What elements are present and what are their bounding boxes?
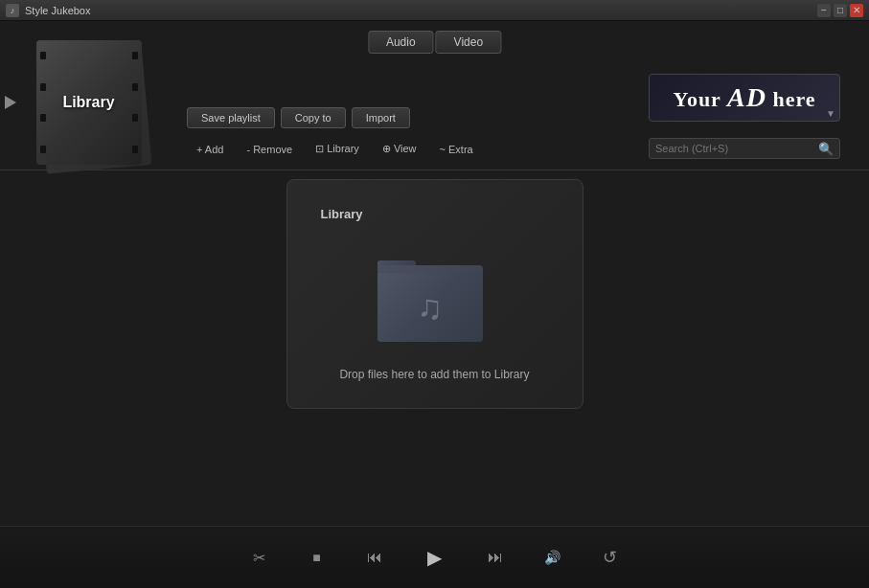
- app-title: Style Jukebox: [25, 5, 90, 16]
- titlebar-left: ♪ Style Jukebox: [6, 4, 90, 17]
- ad-text: Your AD here: [673, 82, 815, 113]
- library-folder-label: Library: [321, 207, 363, 221]
- film-hole: [40, 83, 46, 91]
- film-holes-right: [132, 40, 138, 165]
- film-holes-left: [40, 40, 46, 165]
- film-hole: [40, 146, 46, 153]
- film-strip: Library: [32, 35, 147, 170]
- top-navigation: Audio Video: [368, 31, 501, 54]
- film-hole: [40, 114, 46, 122]
- ad-banner[interactable]: Your AD here ▼: [649, 74, 840, 122]
- next-icon: [488, 549, 503, 566]
- tab-audio[interactable]: Audio: [368, 31, 434, 54]
- maximize-button[interactable]: □: [834, 4, 847, 17]
- folder-front: ♫: [377, 273, 483, 342]
- previous-button[interactable]: [360, 543, 389, 572]
- toolbar: Save playlist Copy to Import: [187, 107, 629, 128]
- tab-video[interactable]: Video: [436, 31, 501, 54]
- film-strip-main: Library: [36, 40, 142, 165]
- scissors-button[interactable]: [245, 543, 274, 572]
- film-hole: [40, 52, 46, 59]
- stop-button[interactable]: [303, 543, 332, 572]
- search-input[interactable]: [655, 143, 814, 154]
- next-button[interactable]: [481, 543, 510, 572]
- drop-zone[interactable]: Library ♫ Drop files here to add them to…: [286, 179, 583, 409]
- play-icon: [427, 546, 442, 569]
- sub-toolbar: + Add - Remove ⊡ Library ⊕ View ~ Extra: [187, 140, 629, 158]
- titlebar-controls: − □ ✕: [817, 4, 863, 17]
- film-hole: [132, 83, 138, 91]
- save-playlist-button[interactable]: Save playlist: [187, 107, 275, 128]
- play-triangle-icon: [5, 96, 16, 109]
- view-button[interactable]: ⊕ View: [373, 140, 426, 158]
- volume-button[interactable]: [538, 543, 567, 572]
- drop-label: Drop files here to add them to Library: [339, 368, 529, 381]
- content-divider: [0, 170, 869, 170]
- add-button[interactable]: + Add: [187, 141, 233, 158]
- repeat-button[interactable]: [596, 543, 625, 572]
- prev-icon: [367, 549, 382, 566]
- playback-bar: [0, 526, 869, 588]
- play-button[interactable]: [418, 540, 452, 575]
- scissors-icon: [253, 549, 265, 567]
- remove-button[interactable]: - Remove: [237, 141, 302, 158]
- extra-button[interactable]: ~ Extra: [430, 141, 483, 158]
- search-bar: 🔍: [649, 138, 840, 159]
- copy-to-button[interactable]: Copy to: [281, 107, 346, 128]
- film-hole: [132, 114, 138, 122]
- search-icon[interactable]: 🔍: [818, 142, 834, 156]
- film-hole: [132, 146, 138, 153]
- volume-icon: [544, 549, 560, 566]
- app-icon: ♪: [6, 4, 19, 17]
- close-button[interactable]: ✕: [850, 4, 863, 17]
- minimize-button[interactable]: −: [817, 4, 831, 17]
- library-button[interactable]: ⊡ Library: [306, 140, 369, 158]
- stop-icon: [312, 549, 320, 566]
- film-hole: [132, 52, 138, 59]
- import-button[interactable]: Import: [352, 107, 410, 128]
- library-film-label: Library: [62, 94, 114, 111]
- left-play-button[interactable]: [2, 88, 19, 117]
- left-sidebar: Library: [0, 21, 177, 184]
- ad-arrow-icon: ▼: [826, 108, 835, 119]
- folder-icon: ♫: [377, 246, 492, 342]
- titlebar: ♪ Style Jukebox − □ ✕: [0, 0, 869, 21]
- main-area: Library Audio Video Your AD here ▼ 🔍 Sav…: [0, 21, 869, 588]
- music-note-icon: ♫: [417, 290, 443, 325]
- repeat-icon: [603, 547, 617, 568]
